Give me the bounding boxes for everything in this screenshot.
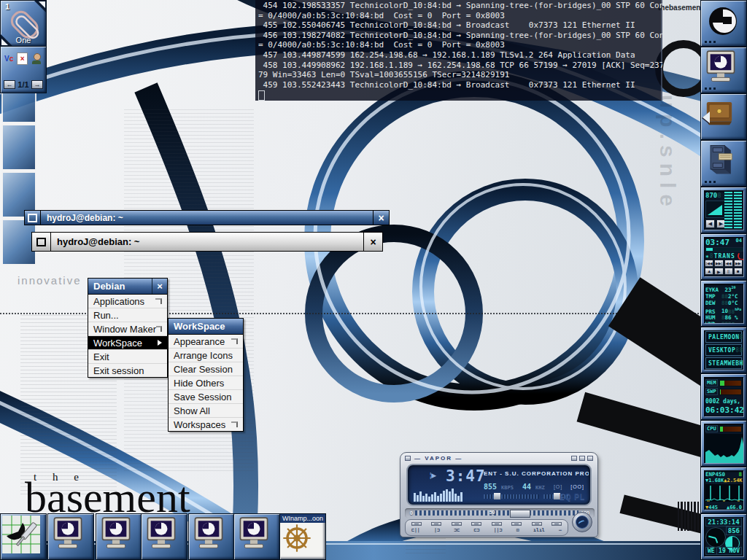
menu-item-clear-session[interactable]: Clear Session — [169, 362, 243, 376]
vlc-launcher-icon[interactable]: Vc — [4, 55, 13, 63]
menu-item-save-session[interactable]: Save Session — [169, 390, 243, 404]
music-ff-button[interactable]: ▶▶ — [734, 260, 743, 267]
music-pause-button[interactable]: || — [724, 268, 733, 275]
slope-button[interactable]: — — [559, 527, 562, 533]
miniaturize-button[interactable] — [32, 233, 51, 251]
dock-appicon-gnustep[interactable] — [700, 0, 747, 47]
drawer-open-arrow-icon[interactable] — [703, 112, 710, 123]
shaded-window-inactive[interactable]: hydroJ@debian: ~ × — [31, 232, 383, 252]
appicon-terminal-1[interactable] — [47, 513, 94, 560]
winamp-display[interactable]: ¦▶ 3:47 ENT - S.U. CORPORATION PROUDLY 8… — [406, 464, 592, 506]
appicon-winamp[interactable]: WInamp...oon — [279, 513, 326, 560]
dock-net-monitor[interactable]: ENP4S0 8 ▼1.68K ▲2.54K ▼445 ▲66.0 — [700, 467, 747, 513]
task-steamwebhelper[interactable]: STEAMWEBH — [705, 357, 742, 369]
menu-item-workspaces[interactable]: Workspaces — [169, 418, 243, 431]
play-button[interactable]: |⊐ — [434, 527, 440, 533]
music-eject-button[interactable]: ▲ — [705, 268, 713, 275]
dock-music-player[interactable]: 03:47 04 ∗ 8 TRANS |◀◀ ▶▶| ◀◀ ▶▶ ▲ ▶ || … — [700, 233, 747, 280]
music-next-button[interactable]: ▶▶| — [714, 260, 723, 267]
eq-button[interactable]: EQ — [560, 493, 571, 501]
terminal-line: 454 102.198533357 TechnicolorD_10:84:bd … — [258, 1, 662, 11]
music-rew-button[interactable]: ◀◀ — [724, 260, 733, 267]
document-x-icon[interactable]: × — [17, 52, 28, 65]
dock-cpu-monitor[interactable]: CPU — [700, 420, 747, 467]
winamp-small-button[interactable] — [551, 522, 562, 526]
miniaturize-button[interactable] — [25, 211, 41, 225]
winamp-minimize-button[interactable] — [571, 456, 577, 461]
drawer-panel[interactable]: Vc × ← 1/1 → — [0, 46, 47, 93]
task-palemoon[interactable]: PALEMOON8 — [705, 331, 742, 343]
winamp-knob[interactable] — [572, 512, 592, 532]
volume-handle[interactable] — [494, 493, 500, 499]
terminal-window[interactable]: 454 102.198533357 TechnicolorD_10:84:bd … — [255, 0, 662, 101]
position-track[interactable]: 50 — [415, 510, 578, 516]
winamp-small-button[interactable] — [411, 522, 422, 526]
pl-button[interactable]: PL — [574, 493, 585, 501]
shaded-window-active[interactable]: hydroJ@debian: ~ × — [24, 210, 390, 225]
menu-item-appearance[interactable]: Appearance — [169, 335, 243, 349]
winamp-close-button[interactable] — [587, 456, 593, 461]
appicon-terminal-5[interactable] — [233, 513, 280, 560]
weather-value: ⌀ — [732, 321, 735, 323]
stop-button[interactable]: ⊏⊐ — [473, 527, 479, 533]
dock-weather[interactable]: EYKA 2320 TMP 882°C DEW 880°C PRS 1088hP… — [700, 280, 747, 327]
pause-button[interactable]: ⊐⊏ — [454, 527, 460, 533]
menu-item-applications[interactable]: Applications — [88, 295, 167, 308]
winamp-small-button[interactable] — [431, 522, 441, 526]
winamp-shade-button[interactable] — [579, 456, 585, 461]
menu-item-show-all[interactable]: Show All — [169, 404, 243, 418]
close-button[interactable]: × — [363, 233, 382, 251]
winamp-small-button[interactable] — [511, 522, 522, 526]
menu-item-hide-others[interactable]: Hide Others — [169, 376, 243, 390]
eject-button[interactable]: ⊡ — [516, 527, 519, 533]
root-menu-titlebar[interactable]: Debian × — [88, 279, 167, 295]
drawer-prev-button[interactable]: ← — [4, 80, 15, 89]
next-button[interactable]: ||⊐ — [494, 527, 503, 533]
winamp-titlebar[interactable]: — VAPOR — — [400, 453, 597, 463]
dock-appicon-drawer[interactable] — [700, 93, 747, 140]
menu-item-window-maker[interactable]: Window Maker — [88, 322, 167, 336]
close-button[interactable]: × — [373, 211, 389, 225]
workspace-menu-titlebar[interactable]: WorkSpace — [169, 319, 243, 335]
menu-item-arrange-icons[interactable]: Arrange Icons — [169, 349, 243, 362]
spectrum-button[interactable]: ılıl — [533, 527, 545, 533]
workspace-clip[interactable]: 1 One — [0, 0, 47, 47]
music-prev-button[interactable]: |◀◀ — [705, 260, 713, 267]
dock-mixer[interactable]: 8708 ◀ ▶ — [700, 187, 747, 233]
appicon-wprefs[interactable] — [0, 513, 47, 560]
appicon-terminal-3[interactable] — [141, 513, 187, 560]
position-handle[interactable] — [510, 510, 530, 518]
task-vesktop[interactable]: VESKTOP88 — [705, 344, 742, 356]
music-stop-button[interactable]: ■ — [734, 268, 743, 275]
appicon-terminal-2[interactable] — [96, 513, 142, 560]
menu-item-run[interactable]: Run... — [88, 308, 167, 322]
mixer-prev-button[interactable]: ◀ — [705, 219, 715, 228]
window-title[interactable]: hydroJ@debian: ~ — [41, 211, 373, 225]
winamp-menu-button[interactable] — [405, 456, 411, 461]
menu-item-exit[interactable]: Exit — [88, 350, 167, 364]
prev-button[interactable]: ⊏|| — [411, 527, 420, 533]
winamp-player[interactable]: — VAPOR — ¦▶ 3:47 ENT - S.U. CORP — [400, 452, 598, 537]
menu-item-workspace[interactable]: WorkSpace — [88, 336, 167, 350]
window-title[interactable]: hydroJ@debian: ~ — [51, 233, 363, 251]
appicon-terminal-4[interactable] — [188, 513, 235, 560]
winamp-small-button[interactable] — [492, 522, 502, 526]
dock-appicon-cabinet[interactable] — [700, 140, 747, 187]
music-play-button[interactable]: ▶ — [714, 268, 723, 275]
mixer-ramp-box[interactable] — [705, 201, 726, 218]
winamp-small-button[interactable] — [471, 522, 481, 526]
knob-swirl-icon — [576, 516, 589, 529]
dock-appicon-terminal[interactable] — [700, 47, 747, 93]
menu-item-exit-session[interactable]: Exit session — [88, 364, 167, 377]
dock-memory-monitor[interactable]: MEM SWP 0002 days, 06:03:42 — [700, 373, 747, 420]
drawer-next-button[interactable]: → — [31, 80, 43, 89]
winamp-play-indicator-icon: ¦▶ — [430, 472, 436, 479]
winamp-small-button[interactable] — [452, 522, 462, 526]
dock-clock[interactable]: 21:33:14 856 WE 19 NOV — [700, 513, 747, 560]
winamp-position-bar[interactable]: 0 50 100 — [405, 508, 595, 518]
stereo-indicator: [OO] — [570, 484, 584, 489]
winamp-volume-slider[interactable] — [484, 494, 539, 499]
winamp-small-button[interactable] — [532, 522, 542, 526]
user-icon[interactable] — [31, 53, 42, 64]
root-menu-close-button[interactable]: × — [152, 279, 167, 294]
